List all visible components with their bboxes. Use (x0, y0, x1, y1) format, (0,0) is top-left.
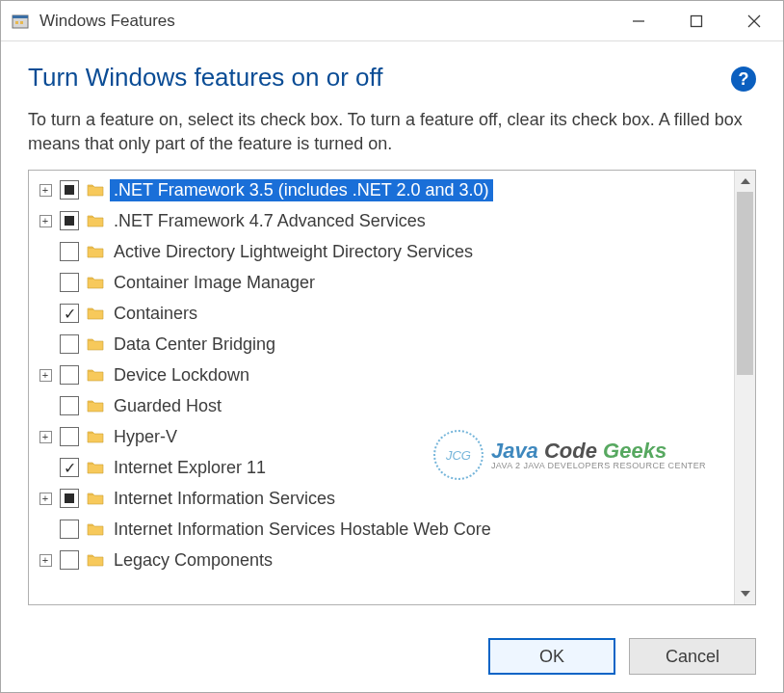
folder-icon (85, 306, 106, 321)
feature-row[interactable]: Internet Explorer 11 (29, 452, 734, 483)
folder-icon (85, 182, 106, 198)
feature-row[interactable]: +.NET Framework 3.5 (includes .NET 2.0 a… (29, 174, 734, 205)
folder-icon (85, 398, 106, 413)
folder-icon (85, 521, 106, 537)
features-tree-container: +.NET Framework 3.5 (includes .NET 2.0 a… (28, 170, 756, 605)
expand-cell[interactable]: + (35, 493, 56, 505)
feature-row[interactable]: +Internet Information Services (29, 483, 734, 514)
description-text: To turn a feature on, select its check b… (28, 108, 756, 156)
expand-icon[interactable]: + (39, 184, 52, 197)
feature-checkbox[interactable] (60, 489, 79, 508)
checkbox-cell[interactable] (56, 273, 83, 292)
feature-label[interactable]: Device Lockdown (110, 364, 253, 386)
checkbox-cell[interactable] (56, 180, 83, 200)
feature-checkbox[interactable] (60, 273, 79, 292)
maximize-button[interactable] (667, 1, 725, 40)
feature-checkbox[interactable] (60, 304, 79, 323)
close-button[interactable] (725, 1, 783, 40)
feature-label[interactable]: Hyper-V (110, 426, 181, 448)
feature-label[interactable]: Active Directory Lightweight Directory S… (110, 241, 477, 263)
checkbox-cell[interactable] (56, 489, 83, 508)
feature-checkbox[interactable] (60, 427, 79, 446)
feature-checkbox[interactable] (60, 180, 79, 200)
feature-label[interactable]: Guarded Host (110, 395, 225, 417)
ok-button[interactable]: OK (488, 638, 615, 675)
folder-icon (85, 460, 106, 475)
expand-icon[interactable]: + (39, 493, 52, 505)
feature-label[interactable]: Container Image Manager (110, 272, 319, 294)
svg-rect-5 (692, 15, 702, 26)
checkbox-cell[interactable] (56, 304, 83, 323)
feature-label[interactable]: Internet Information Services (110, 488, 339, 510)
window-title: Windows Features (39, 12, 610, 31)
checkbox-cell[interactable] (56, 242, 83, 261)
feature-checkbox[interactable] (60, 550, 79, 570)
checkbox-cell[interactable] (56, 458, 83, 477)
checkbox-cell[interactable] (56, 427, 83, 446)
expand-cell[interactable]: + (35, 215, 56, 227)
feature-row[interactable]: Container Image Manager (29, 267, 734, 298)
minimize-button[interactable] (610, 1, 667, 40)
checkbox-cell[interactable] (56, 396, 83, 415)
feature-row[interactable]: Active Directory Lightweight Directory S… (29, 236, 734, 267)
svg-rect-2 (15, 21, 18, 24)
feature-label[interactable]: Containers (110, 303, 201, 325)
feature-checkbox[interactable] (60, 458, 79, 477)
feature-row[interactable]: Internet Information Services Hostable W… (29, 514, 734, 545)
checkbox-cell[interactable] (56, 334, 83, 354)
vertical-scrollbar[interactable] (734, 171, 755, 604)
expand-cell[interactable]: + (35, 369, 56, 382)
feature-row[interactable]: +Device Lockdown (29, 360, 734, 390)
feature-checkbox[interactable] (60, 211, 79, 230)
feature-row[interactable]: Containers (29, 298, 734, 329)
feature-label[interactable]: Internet Explorer 11 (110, 457, 270, 479)
app-icon (11, 12, 30, 31)
folder-icon (85, 429, 106, 444)
dialog-body: Turn Windows features on or off ? To tur… (1, 41, 783, 605)
feature-row[interactable]: Data Center Bridging (29, 329, 734, 360)
expand-icon[interactable]: + (39, 554, 52, 567)
feature-row[interactable]: Guarded Host (29, 390, 734, 421)
scroll-down-arrow[interactable] (735, 583, 755, 604)
checkbox-cell[interactable] (56, 550, 83, 570)
folder-icon (85, 244, 106, 259)
svg-rect-3 (20, 21, 23, 24)
checkbox-cell[interactable] (56, 520, 83, 539)
feature-label[interactable]: .NET Framework 3.5 (includes .NET 2.0 an… (110, 179, 493, 201)
checkbox-cell[interactable] (56, 211, 83, 230)
folder-icon (85, 275, 106, 290)
dialog-button-row: OK Cancel (488, 638, 756, 675)
page-heading: Turn Windows features on or off (28, 63, 383, 93)
feature-label[interactable]: Legacy Components (110, 549, 276, 572)
folder-icon (85, 552, 106, 568)
feature-row[interactable]: +.NET Framework 4.7 Advanced Services (29, 205, 734, 236)
title-bar: Windows Features (1, 1, 783, 41)
feature-label[interactable]: Data Center Bridging (110, 333, 279, 356)
scroll-up-arrow[interactable] (735, 171, 755, 192)
cancel-button[interactable]: Cancel (629, 638, 756, 675)
expand-cell[interactable]: + (35, 184, 56, 197)
expand-icon[interactable]: + (39, 369, 52, 382)
feature-checkbox[interactable] (60, 242, 79, 261)
svg-marker-9 (741, 591, 750, 597)
features-tree[interactable]: +.NET Framework 3.5 (includes .NET 2.0 a… (29, 171, 734, 604)
scroll-thumb[interactable] (737, 192, 753, 375)
feature-row[interactable]: +Legacy Components (29, 545, 734, 575)
feature-row[interactable]: +Hyper-V (29, 421, 734, 452)
feature-label[interactable]: .NET Framework 4.7 Advanced Services (110, 210, 430, 232)
folder-icon (85, 491, 106, 506)
folder-icon (85, 367, 106, 383)
folder-icon (85, 213, 106, 228)
expand-icon[interactable]: + (39, 215, 52, 227)
help-icon[interactable]: ? (731, 67, 756, 92)
feature-checkbox[interactable] (60, 365, 79, 385)
feature-checkbox[interactable] (60, 334, 79, 354)
feature-checkbox[interactable] (60, 396, 79, 415)
checkbox-cell[interactable] (56, 365, 83, 385)
feature-label[interactable]: Internet Information Services Hostable W… (110, 519, 495, 541)
expand-icon[interactable]: + (39, 431, 52, 443)
feature-checkbox[interactable] (60, 520, 79, 539)
expand-cell[interactable]: + (35, 554, 56, 567)
svg-marker-8 (741, 178, 750, 184)
expand-cell[interactable]: + (35, 431, 56, 443)
